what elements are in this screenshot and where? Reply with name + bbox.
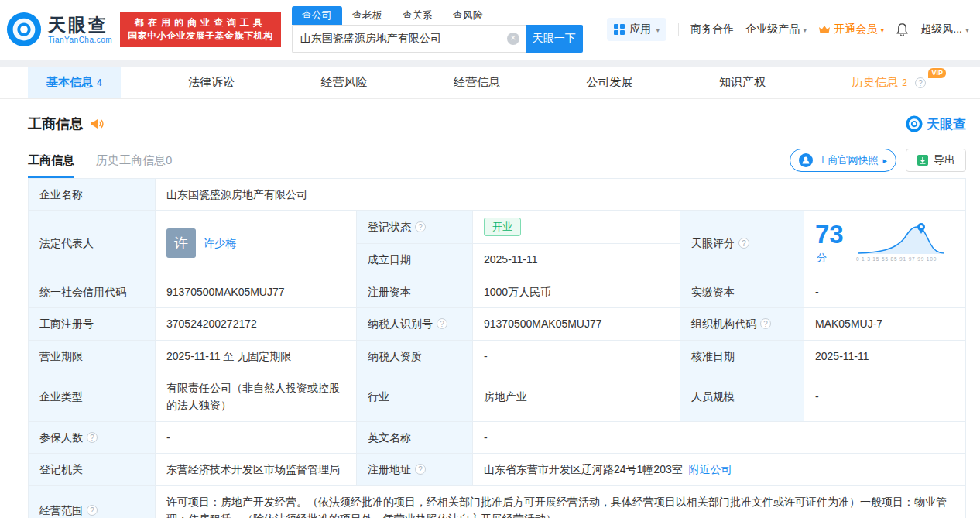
tab-basic-info[interactable]: 基本信息 4: [28, 67, 121, 98]
tianyancha-logo[interactable]: 天眼查 TianYanCha.com: [6, 12, 112, 47]
reg-status-value: 开业: [473, 211, 680, 244]
tab-operation-info-label: 经营信息: [454, 75, 500, 90]
tab-basic-info-count: 4: [97, 77, 102, 88]
chevron-down-icon: ▾: [880, 26, 884, 34]
tab-legal-cases[interactable]: 法律诉讼: [170, 67, 253, 98]
help-icon[interactable]: ?: [415, 221, 426, 232]
export-icon: [917, 154, 929, 166]
nav-item-cooperation[interactable]: 商务合作: [690, 22, 734, 36]
bell-icon: [896, 22, 909, 36]
tab-operation-risk[interactable]: 经营风险: [303, 67, 386, 98]
promo-banner: 都在用的商业查询工具 国家中小企业发展子基金旗下机构: [120, 12, 281, 47]
help-icon[interactable]: ?: [87, 505, 98, 516]
legal-rep-label: 法定代表人: [29, 211, 156, 276]
help-icon[interactable]: ?: [760, 318, 771, 329]
subtab-business-info[interactable]: 工商信息: [28, 153, 74, 178]
score-label: 天眼评分?: [680, 211, 804, 276]
tab-history-info[interactable]: VIP 历史信息 2 ?: [833, 67, 944, 98]
tab-legal-cases-label: 法律诉讼: [188, 75, 235, 90]
approval-date-label: 核准日期: [680, 340, 804, 372]
credit-code-value: 91370500MAK05MUJ77: [156, 276, 357, 307]
business-term-label: 营业期限: [29, 340, 156, 372]
taxpayer-id-value: 91370500MAK05MUJ77: [473, 308, 680, 340]
search-tab-risk[interactable]: 查风险: [443, 6, 493, 25]
subtab-history-business-info[interactable]: 历史工商信息0: [96, 153, 172, 178]
tianyancha-watermark-icon: [906, 115, 923, 132]
notification-bell[interactable]: [896, 22, 909, 36]
score-distribution-chart: [856, 221, 946, 256]
table-row: 经营范围? 许可项目：房地产开发经营。（依法须经批准的项目，经相关部门批准后方可…: [29, 485, 966, 518]
org-code-value: MAK05MUJ-7: [804, 308, 966, 340]
help-icon[interactable]: ?: [915, 77, 926, 88]
legal-rep-avatar[interactable]: 许: [166, 228, 196, 258]
search-tab-company[interactable]: 查公司: [292, 6, 342, 25]
search-tab-relation[interactable]: 查关系: [392, 6, 443, 25]
help-icon[interactable]: ?: [437, 318, 447, 329]
reg-number-label: 工商注册号: [29, 308, 156, 340]
search-tabs: 查公司 查老板 查关系 查风险: [292, 6, 583, 25]
clear-search-icon[interactable]: ×: [507, 33, 519, 45]
nearby-companies-link[interactable]: 附近公司: [689, 463, 732, 475]
help-icon[interactable]: ?: [87, 432, 98, 443]
enterprise-products-label: 企业级产品: [745, 22, 800, 36]
promo-banner-line2: 国家中小企业发展子基金旗下机构: [128, 29, 273, 43]
insured-label: 参保人数?: [29, 421, 156, 453]
established-value: 2025-11-11: [473, 244, 680, 276]
tab-intellectual-property-label: 知识产权: [719, 75, 766, 90]
search-tab-boss[interactable]: 查老板: [342, 6, 392, 25]
watermark-text: 天眼查: [927, 115, 966, 133]
english-name-label: 英文名称: [357, 421, 473, 453]
score-widget[interactable]: 73分 0 1 3 15 55 85 91 97 99 100: [815, 221, 954, 266]
tab-intellectual-property[interactable]: 知识产权: [701, 67, 784, 98]
business-scope-value: 许可项目：房地产开发经营。（依法须经批准的项目，经相关部门批准后方可开展经营活动…: [156, 485, 966, 518]
logo-subtitle: TianYanCha.com: [48, 36, 112, 44]
score-value-cell: 73分 0 1 3 15 55 85 91 97 99 100: [804, 211, 966, 276]
taxpayer-id-label: 纳税人识别号?: [357, 308, 473, 340]
address-text: 山东省东营市开发区辽河路24号1幢203室: [484, 463, 683, 475]
nav-item-enterprise-products[interactable]: 企业级产品 ▾: [745, 22, 807, 36]
paid-capital-value: -: [804, 276, 966, 307]
taxpayer-qual-label: 纳税人资质: [357, 340, 473, 372]
search-button[interactable]: 天眼一下: [526, 25, 583, 53]
apps-menu[interactable]: 应用 ▾: [607, 18, 666, 41]
table-row: 工商注册号 370524200272172 纳税人识别号? 91370500MA…: [29, 308, 966, 340]
table-row: 登记机关 东营经济技术开发区市场监督管理局 注册地址? 山东省东营市开发区辽河路…: [29, 454, 966, 485]
nav-item-super-risk[interactable]: 超级风... ▾: [920, 22, 969, 36]
export-button[interactable]: 导出: [906, 149, 966, 172]
chevron-down-icon: ▾: [656, 26, 660, 34]
tab-company-development[interactable]: 公司发展: [567, 67, 651, 98]
table-row: 企业类型 有限责任公司（非自然人投资或控股的法人独资） 行业 房地产业 人员规模…: [29, 372, 966, 421]
chevron-down-icon: ▾: [803, 26, 807, 34]
apps-grid-icon: [614, 24, 625, 35]
industry-label: 行业: [357, 372, 473, 421]
arrow-right-icon: ▸: [882, 156, 887, 166]
score-axis-labels: 0 1 3 15 55 85 91 97 99 100: [856, 256, 937, 263]
reg-number-value: 370524200272172: [156, 308, 357, 340]
apps-label: 应用: [629, 22, 651, 36]
paid-capital-label: 实缴资本: [680, 276, 804, 307]
business-info-section: 工商信息 天眼查 工商信息 历史工商信息0: [0, 99, 980, 518]
logo-title: 天眼查: [48, 15, 112, 34]
tab-operation-info[interactable]: 经营信息: [435, 67, 519, 98]
help-icon[interactable]: ?: [738, 238, 749, 249]
industry-value: 房地产业: [473, 372, 680, 421]
tab-history-info-count: 2: [902, 77, 907, 88]
official-snapshot-button[interactable]: 工商官网快照 ▸: [790, 149, 896, 172]
company-type-value: 有限责任公司（非自然人投资或控股的法人独资）: [156, 372, 357, 421]
score-number: 73: [815, 220, 844, 249]
table-row: 统一社会信用代码 91370500MAK05MUJ77 注册资本 1000万人民…: [29, 276, 966, 307]
legal-rep-name-link[interactable]: 许少梅: [204, 235, 236, 252]
staff-size-label: 人员规模: [680, 372, 804, 421]
top-header: 天眼查 TianYanCha.com 都在用的商业查询工具 国家中小企业发展子基…: [0, 0, 980, 60]
chevron-down-icon: ▾: [965, 26, 969, 34]
search-input[interactable]: [292, 25, 526, 53]
nav-item-vip[interactable]: 开通会员 ▾: [818, 22, 884, 36]
export-label: 导出: [934, 153, 955, 167]
tab-basic-info-label: 基本信息: [46, 75, 93, 90]
promo-banner-line1: 都在用的商业查询工具: [128, 16, 273, 29]
header-nav: 应用 ▾ 商务合作 企业级产品 ▾ 开通会员 ▾ 超级风... ▾: [607, 18, 969, 41]
help-icon[interactable]: ?: [415, 464, 426, 475]
approval-date-value: 2025-11-11: [804, 340, 966, 372]
reg-authority-label: 登记机关: [29, 454, 156, 485]
company-section-tabs: 基本信息 4 法律诉讼 经营风险 经营信息 公司发展 知识产权 VIP 历史信息…: [0, 67, 980, 99]
